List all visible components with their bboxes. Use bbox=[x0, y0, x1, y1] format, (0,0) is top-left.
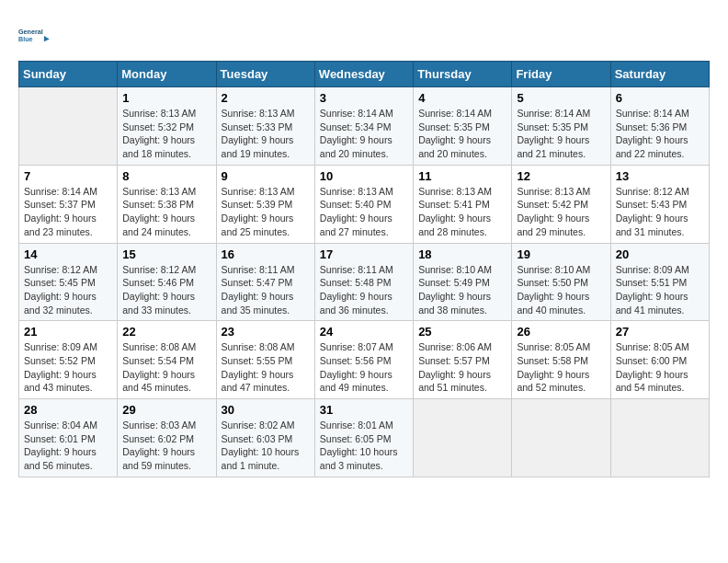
calendar-cell: 6 Sunrise: 8:14 AMSunset: 5:36 PMDayligh… bbox=[610, 87, 709, 166]
calendar-cell: 12 Sunrise: 8:13 AMSunset: 5:42 PMDaylig… bbox=[512, 165, 610, 243]
day-number: 13 bbox=[616, 169, 704, 183]
header-cell-wednesday: Wednesday bbox=[314, 62, 413, 87]
day-number: 15 bbox=[122, 247, 210, 261]
calendar-cell: 28 Sunrise: 8:04 AMSunset: 6:01 PMDaylig… bbox=[19, 399, 118, 477]
day-number: 26 bbox=[517, 325, 605, 339]
calendar-cell: 23 Sunrise: 8:08 AMSunset: 5:55 PMDaylig… bbox=[216, 321, 314, 399]
header-cell-monday: Monday bbox=[118, 62, 216, 87]
calendar-cell bbox=[610, 399, 709, 477]
calendar-cell bbox=[414, 399, 512, 477]
cell-info: Sunrise: 8:14 AMSunset: 5:36 PMDaylight:… bbox=[616, 108, 689, 159]
day-number: 23 bbox=[222, 325, 310, 339]
cell-info: Sunrise: 8:09 AMSunset: 5:51 PMDaylight:… bbox=[616, 264, 689, 316]
cell-info: Sunrise: 8:11 AMSunset: 5:48 PMDaylight:… bbox=[320, 264, 393, 316]
calendar-cell: 3 Sunrise: 8:14 AMSunset: 5:34 PMDayligh… bbox=[314, 87, 413, 166]
cell-info: Sunrise: 8:07 AMSunset: 5:56 PMDaylight:… bbox=[320, 341, 393, 393]
calendar-cell: 21 Sunrise: 8:09 AMSunset: 5:52 PMDaylig… bbox=[19, 321, 118, 399]
header-cell-friday: Friday bbox=[512, 62, 610, 87]
day-number: 4 bbox=[418, 91, 506, 105]
cell-info: Sunrise: 8:13 AMSunset: 5:41 PMDaylight:… bbox=[418, 186, 492, 237]
cell-info: Sunrise: 8:13 AMSunset: 5:39 PMDaylight:… bbox=[222, 186, 295, 237]
cell-info: Sunrise: 8:10 AMSunset: 5:50 PMDaylight:… bbox=[517, 264, 590, 316]
calendar-week-3: 14 Sunrise: 8:12 AMSunset: 5:45 PMDaylig… bbox=[19, 243, 710, 321]
day-number: 21 bbox=[24, 325, 112, 339]
calendar-table: SundayMondayTuesdayWednesdayThursdayFrid… bbox=[18, 61, 710, 477]
header-row: SundayMondayTuesdayWednesdayThursdayFrid… bbox=[19, 62, 710, 87]
calendar-cell: 22 Sunrise: 8:08 AMSunset: 5:54 PMDaylig… bbox=[118, 321, 216, 399]
day-number: 1 bbox=[122, 91, 210, 105]
cell-info: Sunrise: 8:13 AMSunset: 5:32 PMDaylight:… bbox=[122, 108, 196, 159]
logo: GeneralBlue bbox=[18, 18, 55, 52]
header-cell-tuesday: Tuesday bbox=[216, 62, 314, 87]
cell-info: Sunrise: 8:12 AMSunset: 5:46 PMDaylight:… bbox=[122, 264, 196, 316]
cell-info: Sunrise: 8:14 AMSunset: 5:37 PMDaylight:… bbox=[24, 186, 97, 237]
cell-info: Sunrise: 8:13 AMSunset: 5:40 PMDaylight:… bbox=[320, 186, 393, 237]
header-cell-sunday: Sunday bbox=[19, 62, 118, 87]
day-number: 30 bbox=[222, 403, 310, 417]
calendar-cell: 10 Sunrise: 8:13 AMSunset: 5:40 PMDaylig… bbox=[314, 165, 413, 243]
day-number: 28 bbox=[24, 403, 112, 417]
calendar-cell: 16 Sunrise: 8:11 AMSunset: 5:47 PMDaylig… bbox=[216, 243, 314, 321]
day-number: 11 bbox=[418, 169, 506, 183]
cell-info: Sunrise: 8:05 AMSunset: 5:58 PMDaylight:… bbox=[517, 341, 590, 393]
day-number: 17 bbox=[320, 247, 408, 261]
calendar-cell: 17 Sunrise: 8:11 AMSunset: 5:48 PMDaylig… bbox=[314, 243, 413, 321]
cell-info: Sunrise: 8:06 AMSunset: 5:57 PMDaylight:… bbox=[418, 341, 492, 393]
day-number: 2 bbox=[222, 91, 310, 105]
calendar-cell: 31 Sunrise: 8:01 AMSunset: 6:05 PMDaylig… bbox=[314, 399, 413, 477]
calendar-week-5: 28 Sunrise: 8:04 AMSunset: 6:01 PMDaylig… bbox=[19, 399, 710, 477]
cell-info: Sunrise: 8:13 AMSunset: 5:42 PMDaylight:… bbox=[517, 186, 590, 237]
calendar-cell: 29 Sunrise: 8:03 AMSunset: 6:02 PMDaylig… bbox=[118, 399, 216, 477]
calendar-cell: 9 Sunrise: 8:13 AMSunset: 5:39 PMDayligh… bbox=[216, 165, 314, 243]
calendar-cell: 2 Sunrise: 8:13 AMSunset: 5:33 PMDayligh… bbox=[216, 87, 314, 166]
day-number: 27 bbox=[616, 325, 704, 339]
calendar-cell: 11 Sunrise: 8:13 AMSunset: 5:41 PMDaylig… bbox=[414, 165, 512, 243]
cell-info: Sunrise: 8:05 AMSunset: 6:00 PMDaylight:… bbox=[616, 341, 689, 393]
calendar-cell: 13 Sunrise: 8:12 AMSunset: 5:43 PMDaylig… bbox=[610, 165, 709, 243]
svg-marker-2 bbox=[44, 36, 50, 41]
cell-info: Sunrise: 8:11 AMSunset: 5:47 PMDaylight:… bbox=[222, 264, 295, 316]
day-number: 12 bbox=[517, 169, 605, 183]
calendar-week-2: 7 Sunrise: 8:14 AMSunset: 5:37 PMDayligh… bbox=[19, 165, 710, 243]
day-number: 14 bbox=[24, 247, 112, 261]
day-number: 8 bbox=[122, 169, 210, 183]
calendar-cell: 24 Sunrise: 8:07 AMSunset: 5:56 PMDaylig… bbox=[314, 321, 413, 399]
day-number: 22 bbox=[122, 325, 210, 339]
calendar-cell: 19 Sunrise: 8:10 AMSunset: 5:50 PMDaylig… bbox=[512, 243, 610, 321]
day-number: 6 bbox=[616, 91, 704, 105]
calendar-cell: 20 Sunrise: 8:09 AMSunset: 5:51 PMDaylig… bbox=[610, 243, 709, 321]
cell-info: Sunrise: 8:03 AMSunset: 6:02 PMDaylight:… bbox=[122, 419, 196, 471]
day-number: 7 bbox=[24, 169, 112, 183]
cell-info: Sunrise: 8:12 AMSunset: 5:43 PMDaylight:… bbox=[616, 186, 689, 237]
cell-info: Sunrise: 8:08 AMSunset: 5:55 PMDaylight:… bbox=[222, 341, 295, 393]
cell-info: Sunrise: 8:12 AMSunset: 5:45 PMDaylight:… bbox=[24, 264, 97, 316]
calendar-cell bbox=[19, 87, 118, 166]
calendar-cell: 4 Sunrise: 8:14 AMSunset: 5:35 PMDayligh… bbox=[414, 87, 512, 166]
calendar-cell: 8 Sunrise: 8:13 AMSunset: 5:38 PMDayligh… bbox=[118, 165, 216, 243]
cell-info: Sunrise: 8:13 AMSunset: 5:38 PMDaylight:… bbox=[122, 186, 196, 237]
svg-text:General: General bbox=[18, 28, 43, 36]
day-number: 29 bbox=[122, 403, 210, 417]
calendar-cell: 27 Sunrise: 8:05 AMSunset: 6:00 PMDaylig… bbox=[610, 321, 709, 399]
day-number: 9 bbox=[222, 169, 310, 183]
cell-info: Sunrise: 8:02 AMSunset: 6:03 PMDaylight:… bbox=[222, 419, 300, 471]
calendar-cell: 18 Sunrise: 8:10 AMSunset: 5:49 PMDaylig… bbox=[414, 243, 512, 321]
header-cell-thursday: Thursday bbox=[414, 62, 512, 87]
day-number: 5 bbox=[517, 91, 605, 105]
calendar-cell: 5 Sunrise: 8:14 AMSunset: 5:35 PMDayligh… bbox=[512, 87, 610, 166]
calendar-week-1: 1 Sunrise: 8:13 AMSunset: 5:32 PMDayligh… bbox=[19, 87, 710, 166]
day-number: 18 bbox=[418, 247, 506, 261]
cell-info: Sunrise: 8:14 AMSunset: 5:34 PMDaylight:… bbox=[320, 108, 393, 159]
day-number: 3 bbox=[320, 91, 408, 105]
calendar-cell: 14 Sunrise: 8:12 AMSunset: 5:45 PMDaylig… bbox=[19, 243, 118, 321]
cell-info: Sunrise: 8:13 AMSunset: 5:33 PMDaylight:… bbox=[222, 108, 295, 159]
day-number: 24 bbox=[320, 325, 408, 339]
header: GeneralBlue bbox=[18, 18, 710, 52]
calendar-week-4: 21 Sunrise: 8:09 AMSunset: 5:52 PMDaylig… bbox=[19, 321, 710, 399]
day-number: 20 bbox=[616, 247, 704, 261]
calendar-cell: 1 Sunrise: 8:13 AMSunset: 5:32 PMDayligh… bbox=[118, 87, 216, 166]
day-number: 25 bbox=[418, 325, 506, 339]
cell-info: Sunrise: 8:08 AMSunset: 5:54 PMDaylight:… bbox=[122, 341, 196, 393]
day-number: 16 bbox=[222, 247, 310, 261]
calendar-cell bbox=[512, 399, 610, 477]
